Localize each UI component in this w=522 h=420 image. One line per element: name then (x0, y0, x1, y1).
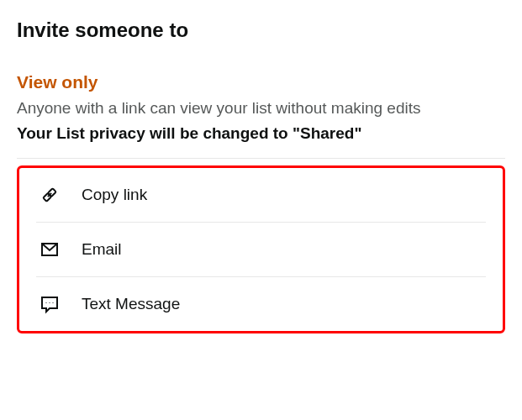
svg-point-6 (52, 302, 53, 303)
link-icon (40, 185, 60, 205)
copy-link-label: Copy link (82, 186, 147, 204)
divider (17, 158, 505, 159)
text-message-label: Text Message (82, 295, 180, 313)
share-options-box: Copy link Email Text Message (17, 165, 505, 333)
svg-point-5 (49, 302, 50, 303)
email-label: Email (82, 240, 122, 259)
page-title: Invite someone to (17, 18, 505, 42)
copy-link-option[interactable]: Copy link (36, 168, 486, 223)
permission-level-title: View only (17, 72, 505, 92)
svg-point-4 (45, 302, 46, 303)
email-option[interactable]: Email (36, 223, 486, 277)
permission-description: Anyone with a link can view your list wi… (17, 97, 505, 119)
privacy-warning: Your List privacy will be changed to "Sh… (17, 124, 505, 143)
text-message-option[interactable]: Text Message (36, 277, 486, 331)
text-message-icon (40, 294, 60, 314)
email-icon (40, 239, 60, 260)
